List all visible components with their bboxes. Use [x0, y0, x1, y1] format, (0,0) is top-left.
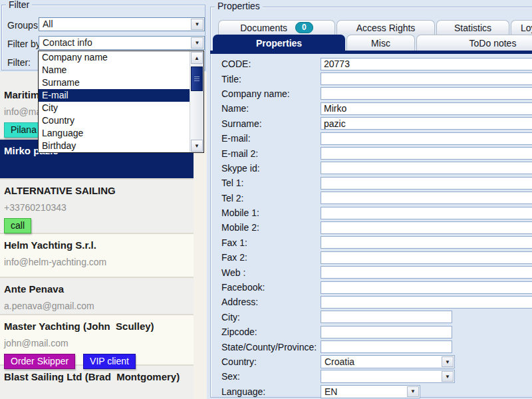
language-select[interactable]: EN — [321, 385, 420, 398]
tel2-label: Tel 2: — [221, 193, 321, 203]
tab-loyalty[interactable]: Loy — [511, 20, 532, 35]
code-input[interactable] — [321, 58, 532, 70]
contact-name: Blast Sailing Ltd (Brad Montgomery) — [4, 371, 190, 382]
skype-id-label: Skype id: — [221, 163, 321, 174]
groups-select-value: All — [39, 18, 190, 31]
filter-by-dropdown-list: Company name Name Surname E-mail City Co… — [38, 51, 204, 153]
city-input[interactable] — [321, 311, 452, 323]
mobile2-label: Mobile 2: — [221, 222, 321, 233]
tel2-input[interactable] — [321, 192, 532, 204]
chevron-down-icon — [191, 37, 203, 49]
company-name-label: Company name: — [221, 88, 321, 99]
address-input[interactable] — [321, 296, 532, 309]
state-county-province-input[interactable] — [321, 340, 452, 353]
fax2-input[interactable] — [321, 251, 532, 264]
call-tag[interactable]: call — [4, 218, 31, 233]
email-input[interactable] — [321, 132, 532, 145]
contact-form: CODE: Title: Company name: Name: Surname… — [210, 57, 532, 399]
filter-by-label: Filter by: — [7, 39, 43, 49]
state-county-province-label: State/County/Province: — [221, 342, 321, 352]
dropdown-item[interactable]: Name — [39, 64, 190, 76]
contact-list-item[interactable]: ALTERNATIVE SAILING +33760210343 call — [0, 180, 194, 233]
contact-email: a.penava@gmail.com — [4, 301, 190, 311]
dropdown-item-selected[interactable]: E-mail — [39, 89, 190, 102]
tab-statistics[interactable]: Statistics — [436, 20, 509, 35]
dropdown-item[interactable]: Surname — [39, 76, 190, 89]
tab-misc-label: Misc — [371, 38, 390, 49]
tab-todo-notes[interactable]: ToDo notes — [416, 35, 532, 51]
language-select-value: EN — [321, 386, 406, 398]
sex-select[interactable] — [321, 370, 455, 383]
tab-access-rights-label: Access Rights — [356, 23, 416, 33]
filter-by-select[interactable]: Contact info — [39, 36, 205, 50]
tab-statistics-label: Statistics — [454, 23, 491, 33]
dropdown-item[interactable]: Birthday — [39, 140, 190, 152]
surname-input[interactable] — [321, 117, 532, 130]
groups-label: Groups: — [7, 20, 41, 31]
city-label: City: — [221, 312, 321, 323]
filter-label: Filter: — [7, 57, 31, 68]
contact-list-item[interactable]: Master Yachting (John Sculley) john@mail… — [0, 315, 194, 364]
contact-tag: Order Skipper — [4, 354, 75, 369]
properties-groupbox-title: Properties — [215, 1, 263, 11]
tab-misc[interactable]: Misc — [346, 35, 415, 51]
arrow-up-icon: ▲ — [194, 55, 200, 61]
skype-id-input[interactable] — [321, 162, 532, 174]
dropdown-item[interactable]: City — [39, 102, 190, 114]
groups-select[interactable]: All — [39, 17, 205, 31]
contact-phone: +33760210343 — [4, 202, 190, 213]
tab-access-rights[interactable]: Access Rights — [336, 20, 435, 35]
dropdown-item[interactable]: Language — [39, 127, 190, 140]
tab-loyalty-label: Loy — [521, 23, 532, 33]
filter-by-select-value: Contact info — [39, 37, 190, 49]
title-label: Title: — [221, 74, 321, 84]
fax1-label: Fax 1: — [221, 237, 321, 248]
zipcode-input[interactable] — [321, 326, 452, 338]
name-input[interactable] — [321, 102, 532, 115]
company-name-input[interactable] — [321, 87, 532, 100]
contact-email: info@helm-yachting.com — [4, 257, 190, 267]
contact-list-item[interactable]: Helm Yachting S.r.l. info@helm-yachting.… — [0, 234, 194, 277]
tab-documents[interactable]: Documents 0 — [218, 20, 335, 35]
tel1-label: Tel 1: — [221, 178, 321, 188]
contact-name: Helm Yachting S.r.l. — [4, 239, 190, 251]
contact-name: Ante Penava — [4, 283, 190, 295]
mobile2-input[interactable] — [321, 221, 532, 234]
dropdown-item[interactable]: Country — [39, 114, 190, 127]
tab-documents-label: Documents — [240, 23, 287, 33]
documents-count-badge: 0 — [295, 22, 313, 33]
address-label: Address: — [221, 297, 321, 307]
chevron-down-icon — [407, 386, 419, 397]
country-label: Country: — [221, 356, 321, 367]
sex-select-value — [321, 370, 441, 382]
scroll-up-button[interactable]: ▲ — [191, 52, 203, 64]
email2-input[interactable] — [321, 147, 532, 160]
code-label: CODE: — [221, 59, 321, 69]
email2-label: E-mail 2: — [221, 148, 321, 159]
country-select-value: Croatia — [321, 356, 441, 368]
dropdown-scrollbar[interactable]: ▲ ▼ — [190, 51, 203, 152]
country-select[interactable]: Croatia — [321, 355, 455, 368]
tab-todo-notes-label: ToDo notes — [469, 38, 517, 49]
facebook-input[interactable] — [321, 281, 532, 294]
tel1-input[interactable] — [321, 177, 532, 190]
contact-list-item[interactable]: Blast Sailing Ltd (Brad Montgomery) — [0, 366, 194, 399]
fax2-label: Fax 2: — [221, 252, 321, 263]
chevron-down-icon — [442, 371, 454, 382]
chevron-down-icon — [442, 356, 454, 367]
fax1-input[interactable] — [321, 236, 532, 249]
dropdown-item[interactable]: Company name — [39, 51, 190, 64]
mobile1-label: Mobile 1: — [221, 207, 321, 218]
surname-label: Surname: — [221, 118, 321, 129]
mobile1-input[interactable] — [321, 207, 532, 219]
scroll-down-button[interactable]: ▼ — [191, 140, 203, 152]
properties-panel: Properties Documents 0 Access Rights Sta… — [208, 0, 532, 399]
title-input[interactable] — [321, 72, 532, 85]
tab-properties[interactable]: Properties — [213, 35, 345, 51]
language-label: Language: — [221, 386, 321, 397]
active-tab-underline — [210, 51, 532, 54]
scrollbar-thumb[interactable] — [191, 66, 203, 91]
tab-properties-label: Properties — [256, 38, 302, 49]
contact-list-item[interactable]: Ante Penava a.penava@gmail.com — [0, 278, 194, 314]
web-input[interactable] — [321, 266, 532, 279]
